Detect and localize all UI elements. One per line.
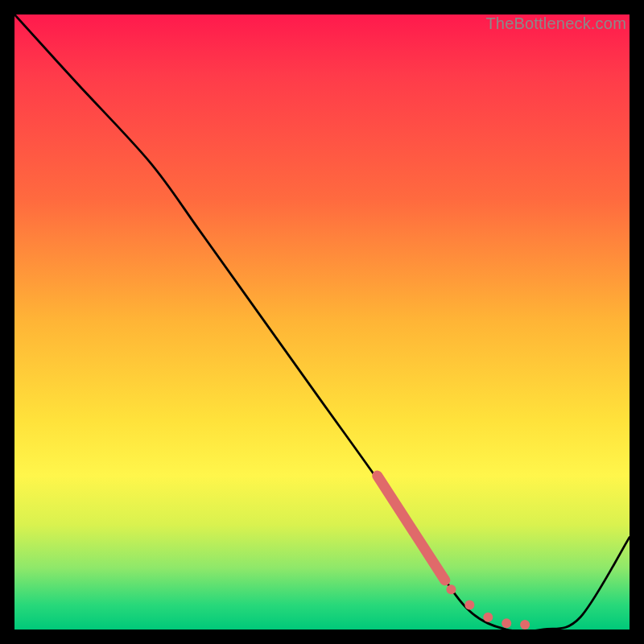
highlight-dot (464, 600, 474, 609)
chart-overlay (14, 14, 630, 630)
bottleneck-curve (14, 14, 630, 630)
highlight-segment (378, 476, 445, 580)
chart-frame: TheBottleneck.com (14, 14, 630, 630)
highlight-dot (520, 620, 530, 630)
highlight-dot (483, 613, 493, 622)
highlight-dot (446, 584, 456, 594)
watermark-text: TheBottleneck.com (485, 14, 626, 33)
highlight-dot (502, 618, 511, 628)
